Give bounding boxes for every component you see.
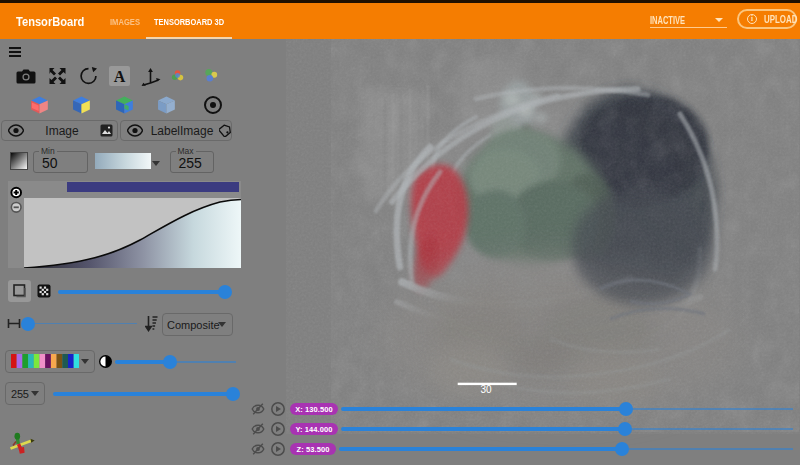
svg-text:30: 30	[480, 384, 492, 395]
svg-text:A: A	[114, 68, 126, 85]
